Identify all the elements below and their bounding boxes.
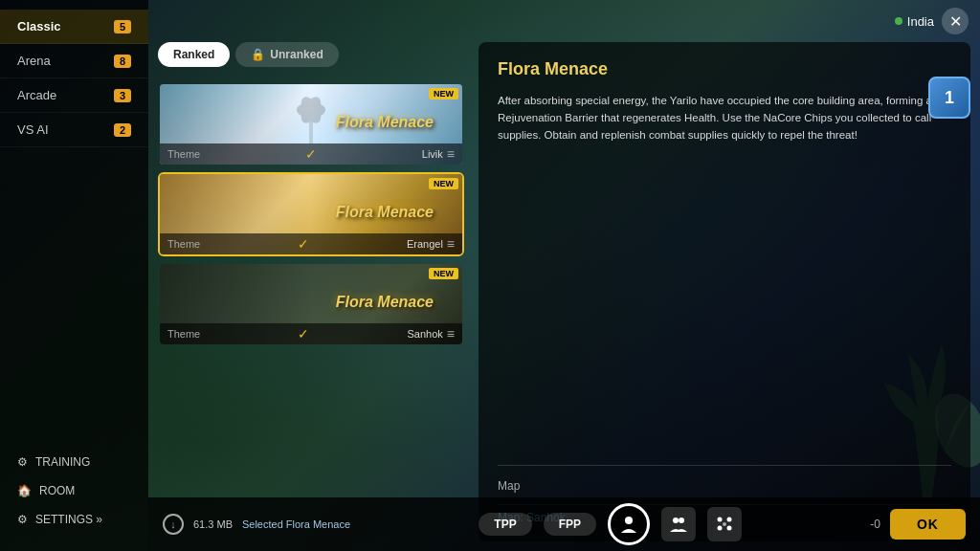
bottom-bar: ↓ 61.3 MB Selected Flora Menace TPP FPP: [148, 497, 980, 551]
region-badge: India: [895, 14, 934, 29]
card-title-sanhok: Flora Menace: [336, 294, 434, 311]
duo-button[interactable]: [661, 507, 696, 541]
room-label: ROOM: [39, 484, 75, 497]
check-icon-erangel: ✓: [298, 236, 309, 252]
mode-tabs: Ranked 🔒 Unranked: [158, 42, 464, 67]
sidebar-item-vsai[interactable]: VS AI 2: [0, 113, 148, 147]
map-info-sanhok: Sanhok ≡: [408, 326, 455, 342]
mode-card-erangel[interactable]: NEW Flora Menace Theme ✓ Erangel ≡: [158, 172, 464, 256]
svg-point-8: [718, 518, 723, 522]
menu-icon-erangel: ≡: [447, 236, 455, 252]
close-icon: ✕: [949, 12, 962, 31]
training-icon: ⚙: [17, 455, 28, 469]
sidebar-item-classic[interactable]: Classic 5: [0, 10, 148, 44]
map-name-erangel: Erangel: [407, 238, 443, 250]
arcade-badge: 3: [114, 89, 131, 102]
bottom-left-section: ↓ 61.3 MB Selected Flora Menace: [163, 514, 350, 535]
settings-label: SETTINGS »: [35, 513, 102, 526]
theme-label-sanhok: Theme: [167, 328, 200, 340]
vsai-label: VS AI: [17, 122, 49, 137]
menu-icon-sanhok: ≡: [447, 326, 455, 342]
svg-point-7: [679, 518, 684, 523]
rank-number: 1: [945, 88, 954, 108]
arena-badge: 8: [114, 55, 131, 68]
main-content: India ✕ Ranked 🔒 Unranked: [148, 0, 980, 551]
card-bottom-livik: Theme ✓ Livik ≡: [160, 143, 462, 165]
detail-description: After absorbing special energy, the Yari…: [498, 93, 951, 452]
sidebar-item-arcade[interactable]: Arcade 3: [0, 78, 148, 113]
menu-icon-livik: ≡: [447, 146, 455, 162]
rank-badge: 1: [928, 77, 970, 119]
arena-label: Arena: [17, 54, 51, 68]
connection-indicator: [895, 17, 902, 25]
classic-label: Classic: [17, 19, 61, 33]
ok-button[interactable]: OK: [890, 509, 966, 540]
squad-button[interactable]: [707, 507, 742, 541]
card-title-livik: Flora Menace: [336, 114, 434, 131]
tab-unranked[interactable]: 🔒 Unranked: [235, 42, 338, 67]
tab-ranked[interactable]: Ranked: [158, 42, 230, 67]
mode-card-sanhok[interactable]: NEW Flora Menace Theme ✓ Sanhok ≡: [158, 262, 464, 346]
score-display: -0: [870, 518, 880, 531]
detail-title: Flora Menace: [498, 59, 951, 79]
detail-divider: [498, 465, 951, 466]
card-bottom-sanhok: Theme ✓ Sanhok ≡: [160, 323, 462, 344]
sidebar-item-arena[interactable]: Arena 8: [0, 44, 148, 78]
map-name-sanhok: Sanhok: [408, 328, 443, 340]
tpp-button[interactable]: TPP: [479, 513, 531, 536]
svg-point-10: [718, 526, 723, 531]
settings-icon: ⚙: [17, 513, 28, 526]
new-badge-livik: NEW: [429, 88, 458, 99]
svg-point-9: [727, 518, 732, 522]
region-label: India: [907, 14, 934, 29]
card-bottom-erangel: Theme ✓ Erangel ≡: [160, 233, 462, 254]
svg-point-6: [673, 518, 679, 523]
check-icon-livik: ✓: [305, 146, 317, 162]
classic-badge: 5: [114, 20, 131, 33]
mode-card-livik[interactable]: NEW Flora Menace Theme ✓ Livik ≡: [158, 82, 464, 166]
arcade-label: Arcade: [17, 88, 56, 102]
ranked-label: Ranked: [173, 48, 214, 61]
fpp-button[interactable]: FPP: [544, 513, 596, 536]
topbar: India ✕: [148, 0, 980, 42]
check-icon-sanhok: ✓: [298, 326, 309, 342]
settings-button[interactable]: ⚙ SETTINGS »: [10, 507, 139, 532]
bottom-center-section: TPP FPP: [479, 503, 742, 545]
character-button[interactable]: [608, 503, 650, 545]
theme-label-livik: Theme: [167, 148, 200, 160]
bottom-right-section: -0 OK: [870, 509, 966, 540]
new-badge-sanhok: NEW: [429, 268, 458, 279]
room-icon: 🏠: [17, 484, 32, 497]
content-area: Ranked 🔒 Unranked: [148, 42, 980, 551]
card-title-erangel: Flora Menace: [336, 204, 434, 221]
svg-point-11: [727, 526, 732, 531]
detail-panel: Flora Menace After absorbing special ene…: [479, 42, 970, 541]
detail-map-label: Map: [498, 479, 951, 493]
selected-text: Selected Flora Menace: [242, 518, 350, 530]
map-info-livik: Livik ≡: [422, 146, 455, 162]
mode-cards-list: NEW Flora Menace Theme ✓ Livik ≡: [158, 82, 464, 541]
close-button[interactable]: ✕: [942, 8, 969, 34]
download-size: 61.3 MB: [193, 518, 233, 530]
unranked-label: Unranked: [270, 48, 323, 61]
vsai-badge: 2: [114, 123, 131, 137]
sidebar-bottom: ⚙ TRAINING 🏠 ROOM ⚙ SETTINGS »: [0, 450, 148, 532]
theme-label-erangel: Theme: [167, 238, 200, 250]
training-label: TRAINING: [35, 455, 90, 469]
download-icon: ↓: [163, 514, 184, 535]
map-info-erangel: Erangel ≡: [407, 236, 455, 252]
training-button[interactable]: ⚙ TRAINING: [10, 450, 139, 474]
sidebar: Classic 5 Arena 8 Arcade 3 VS AI 2 ⚙ TRA…: [0, 0, 148, 551]
lock-icon: 🔒: [251, 48, 265, 61]
new-badge-erangel: NEW: [429, 178, 458, 189]
map-name-livik: Livik: [422, 148, 443, 160]
room-button[interactable]: 🏠 ROOM: [10, 478, 139, 503]
svg-point-12: [723, 522, 726, 526]
mode-panel: Ranked 🔒 Unranked: [158, 42, 464, 541]
